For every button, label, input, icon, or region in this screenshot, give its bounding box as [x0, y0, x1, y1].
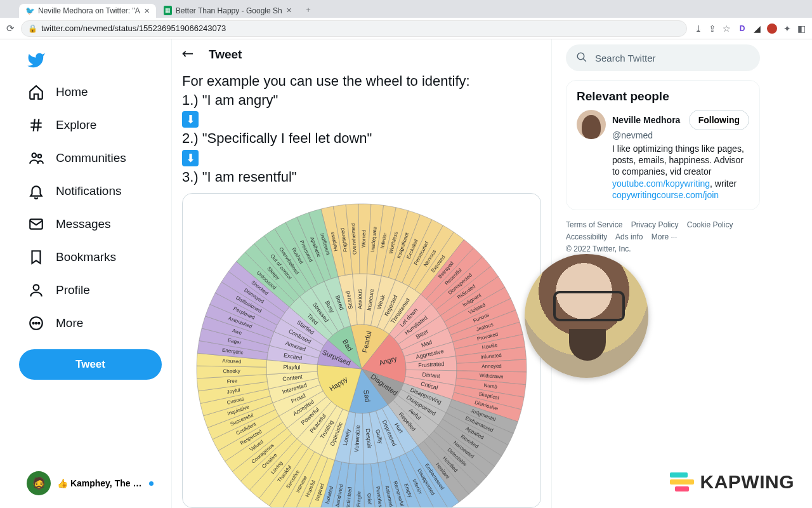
browser-toolbar: ⟳ 🔒 twitter.com/nevmed/status/1552369519… — [0, 18, 812, 39]
share-icon[interactable]: ⇪ — [709, 23, 716, 34]
nav-notifications[interactable]: Notifications — [19, 177, 166, 206]
tweet-line: 2.) "Specifically I feel let down" — [182, 129, 541, 148]
tweet-text: For example you can use the wheel to ide… — [172, 69, 551, 187]
nav-label: Communities — [56, 151, 126, 165]
extension-avatar-icon[interactable] — [767, 23, 777, 34]
svg-text:Aroused: Aroused — [222, 358, 241, 364]
watermark-text: KAPWING — [700, 471, 795, 493]
extension-d-icon[interactable]: D — [737, 23, 747, 34]
search-input[interactable]: Search Twitter — [566, 44, 760, 71]
svg-point-6 — [36, 323, 37, 324]
url-text: twitter.com/nevmed/status/15523695190662… — [41, 23, 226, 33]
footer-copyright: © 2022 Twitter, Inc. — [566, 244, 631, 253]
footer-link[interactable]: Terms of Service — [566, 220, 622, 229]
footer-link[interactable]: Privacy Policy — [631, 220, 679, 229]
tweet-image[interactable]: FearfulScaredAnxiousInsecureWeakRejected… — [182, 193, 541, 508]
address-bar[interactable]: 🔒 twitter.com/nevmed/status/155236951906… — [21, 20, 687, 37]
nav-communities[interactable]: Communities — [19, 144, 166, 173]
bio-text: , writer — [710, 178, 737, 189]
main-column: 🡐 Tweet For example you can use the whee… — [171, 39, 552, 508]
nav-label: Messages — [56, 217, 111, 231]
sidepanel-icon[interactable]: ◧ — [797, 23, 806, 34]
user-row[interactable]: Neville Medhora Following @nevmed I like… — [577, 110, 749, 201]
sheets-favicon-icon: ▦ — [164, 6, 172, 15]
nav-bookmarks[interactable]: Bookmarks — [19, 243, 166, 272]
reload-icon[interactable]: ⟳ — [6, 23, 15, 34]
footer-link[interactable]: Accessibility — [566, 232, 607, 241]
nav-messages[interactable]: Messages — [19, 210, 166, 239]
card-title: Relevant people — [577, 90, 749, 104]
account-name: 👍 Kamphey, The … — [57, 478, 141, 488]
compose-tweet-button[interactable]: Tweet — [19, 349, 162, 380]
avatar-icon: 🧔 — [27, 471, 51, 495]
svg-text:Cheeky: Cheeky — [223, 368, 240, 375]
svg-text:Anxious: Anxious — [357, 288, 363, 309]
svg-text:Annoyed: Annoyed — [481, 363, 502, 370]
nav-label: Bookmarks — [56, 250, 116, 264]
browser-tab-strip: 🐦 Neville Medhora on Twitter: "A ✕ ▦ Bet… — [0, 0, 812, 18]
nav-label: Profile — [56, 283, 90, 297]
browser-tab-active[interactable]: 🐦 Neville Medhora on Twitter: "A ✕ — [19, 4, 156, 18]
nav-explore[interactable]: Explore — [19, 110, 166, 140]
nav-profile[interactable]: Profile — [19, 276, 166, 305]
close-icon[interactable]: ✕ — [144, 7, 150, 15]
extension-icon[interactable]: ◢ — [754, 23, 761, 34]
svg-text:Free: Free — [226, 378, 238, 385]
follow-button[interactable]: Following — [689, 110, 749, 130]
svg-point-5 — [33, 323, 34, 324]
footer-link[interactable]: Cookie Policy — [687, 220, 733, 229]
presenter-webcam-overlay — [525, 254, 648, 378]
primary-nav: Home Explore Communities Notifications M… — [0, 39, 171, 508]
back-arrow-icon[interactable]: 🡐 — [182, 48, 193, 61]
user-display-name: Neville Medhora — [612, 115, 680, 125]
bio-link[interactable]: copywritingcourse.com/join — [612, 190, 719, 200]
kapwing-logo-icon — [670, 472, 694, 491]
home-icon — [28, 84, 44, 100]
svg-text:Fragile: Fragile — [356, 491, 362, 507]
nav-label: Explore — [56, 118, 96, 132]
svg-point-3 — [34, 284, 39, 290]
close-icon[interactable]: ✕ — [286, 6, 292, 15]
nav-label: Notifications — [56, 184, 122, 198]
nav-label: More — [56, 316, 83, 330]
bio-text: I like optimizing things like pages, pos… — [612, 144, 744, 177]
twitter-favicon-icon: 🐦 — [25, 6, 34, 15]
account-switcher[interactable]: 🧔 👍 Kamphey, The … — [19, 466, 166, 500]
avatar-icon — [577, 110, 606, 139]
user-handle: @nevmed — [612, 130, 749, 140]
nav-label: Home — [56, 85, 88, 99]
twitter-logo-icon[interactable] — [27, 51, 46, 70]
tab-title: Neville Medhora on Twitter: "A — [38, 6, 140, 15]
feelings-wheel-chart: FearfulScaredAnxiousInsecureWeakRejected… — [190, 197, 533, 508]
bookmark-star-icon[interactable]: ☆ — [723, 23, 731, 34]
page-header: 🡐 Tweet — [172, 39, 551, 69]
svg-text:Grief: Grief — [366, 493, 372, 505]
page-title: Tweet — [209, 48, 242, 62]
bio-link[interactable]: youtube.com/kopywriting — [612, 178, 710, 189]
svg-text:Playful: Playful — [283, 364, 300, 371]
svg-text:Worried: Worried — [361, 230, 367, 248]
new-tab-button[interactable]: ＋ — [299, 2, 317, 18]
user-bio: I like optimizing things like pages, pos… — [612, 143, 749, 201]
unread-dot-icon — [149, 481, 154, 486]
hashtag-icon — [28, 117, 44, 133]
extensions-menu-icon[interactable]: ✦ — [783, 23, 791, 34]
bookmark-icon — [28, 249, 44, 265]
browser-tab-inactive[interactable]: ▦ Better Than Happy - Google Sh ✕ — [157, 3, 298, 18]
svg-point-7 — [38, 323, 39, 324]
svg-point-1 — [38, 154, 41, 157]
kapwing-watermark: KAPWING — [670, 471, 795, 493]
svg-point-138 — [577, 53, 584, 60]
more-icon — [28, 315, 44, 331]
tweet-line: For example you can use the wheel to ide… — [182, 72, 541, 91]
footer-link[interactable]: More ··· — [652, 232, 678, 241]
profile-icon — [28, 282, 44, 298]
nav-more[interactable]: More — [19, 309, 166, 338]
search-icon — [576, 51, 587, 65]
nav-home[interactable]: Home — [19, 77, 166, 107]
relevant-people-card: Relevant people Neville Medhora Followin… — [566, 80, 760, 210]
install-icon[interactable]: ⤓ — [695, 23, 702, 34]
tab-title: Better Than Happy - Google Sh — [176, 6, 282, 15]
down-arrow-emoji-icon: ⬇ — [182, 111, 199, 128]
footer-link[interactable]: Ads info — [615, 232, 643, 241]
